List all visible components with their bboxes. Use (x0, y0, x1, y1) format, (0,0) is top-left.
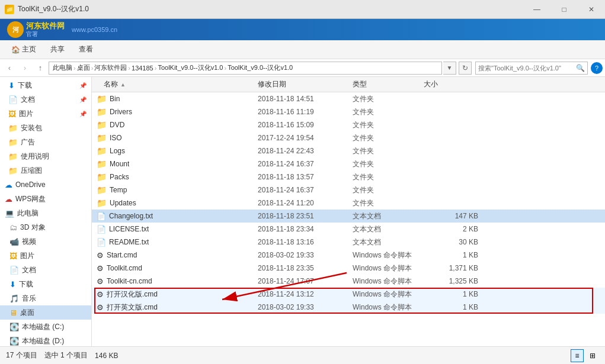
view-details-btn[interactable]: ≡ (571, 349, 584, 362)
file-name: DVD (110, 121, 124, 129)
sidebar-item-3d[interactable]: 🗂 3D 对象 (0, 220, 91, 234)
table-row[interactable]: 📁 Packs 2018-11-18 13:57 文件夹 (92, 170, 605, 183)
file-name-cell: ⚙ 打开英文版.cmd (92, 302, 258, 313)
file-date-cell: 2018-11-24 11:20 (258, 199, 353, 207)
table-row[interactable]: 📁 ISO 2017-12-24 19:54 文件夹 (92, 131, 605, 144)
sidebar-item-pictures[interactable]: 🖼 图片 📌 (0, 107, 91, 121)
col-size-header[interactable]: 大小 (424, 77, 483, 92)
toolbar: 🏠 主页 共享 查看 (0, 40, 605, 59)
sidebar-item-onedrive[interactable]: ☁ OneDrive (0, 178, 91, 192)
view-tiles-btn[interactable]: ⊞ (586, 349, 599, 362)
file-type-cell: Windows 命令脚本 (353, 263, 424, 273)
table-row[interactable]: ⚙ Toolkit.cmd 2018-11-18 23:35 Windows 命… (92, 262, 605, 275)
table-row[interactable]: ⚙ 打开英文版.cmd 2018-03-02 19:33 Windows 命令脚… (92, 301, 605, 314)
table-row[interactable]: 📁 Temp 2018-11-24 16:37 文件夹 (92, 183, 605, 197)
sidebar-item-download[interactable]: ⬇ 下载 📌 (0, 78, 91, 92)
col-name-header[interactable]: 名称 ▲ (92, 77, 258, 92)
toolbar-view[interactable]: 查看 (72, 42, 100, 57)
search-input[interactable] (478, 65, 576, 72)
txt-icon: 📄 (97, 212, 106, 221)
watermark-bar: 河 河东软件网 官署 www.pc0359.cn (0, 19, 605, 40)
file-type-cell: 文件夹 (353, 198, 424, 208)
installer-icon: 📁 (8, 124, 18, 133)
minimize-button[interactable]: — (523, 0, 550, 19)
titlebar: 📁 ToolKit_v9.0--汉化v1.0 — □ ✕ (0, 0, 605, 19)
table-row[interactable]: 📁 Updates 2018-11-24 11:20 文件夹 (92, 197, 605, 210)
table-row[interactable]: ⚙ Toolkit-cn.cmd 2018-11-24 17:07 Window… (92, 275, 605, 288)
wps-icon: ☁ (5, 195, 12, 204)
docs-icon: 📄 (8, 95, 18, 104)
file-name: Bin (110, 95, 120, 103)
sidebar-item-this-pc[interactable]: 💻 此电脑 (0, 206, 91, 220)
sidebar-label: 压缩图 (21, 166, 42, 176)
table-row[interactable]: 📄 LICENSE.txt 2018-11-18 23:34 文本文档 2 KB (92, 223, 605, 236)
address-path[interactable]: 此电脑 › 桌面 › 河东软件园 › 134185 › ToolKit_v9.0… (49, 62, 442, 75)
nav-up[interactable]: ↑ (33, 61, 47, 75)
sidebar-label: 文档 (22, 265, 36, 275)
sidebar-item-installer[interactable]: 📁 安装包 (0, 121, 91, 135)
sidebar-item-drive-c[interactable]: 💽 本地磁盘 (C:) (0, 320, 91, 334)
file-date-cell: 2018-03-02 19:33 (258, 251, 353, 259)
col-date-header[interactable]: 修改日期 (258, 77, 353, 92)
table-row[interactable]: 📁 Logs 2018-11-24 22:43 文件夹 (92, 144, 605, 157)
file-date-cell: 2018-11-24 13:12 (258, 290, 353, 298)
folder-icon: 📁 (97, 133, 107, 143)
sidebar-item-video[interactable]: 📹 视频 (0, 234, 91, 249)
search-box[interactable]: 🔍 (475, 62, 588, 75)
folder-icon: 📁 (97, 107, 107, 117)
table-row[interactable]: ⚙ Start.cmd 2018-03-02 19:33 Windows 命令脚… (92, 249, 605, 262)
file-name-cell: 📁 Temp (92, 185, 258, 195)
table-row[interactable]: 📁 Bin 2018-11-18 14:51 文件夹 (92, 92, 605, 105)
sidebar-label: 音乐 (22, 294, 36, 304)
close-button[interactable]: ✕ (578, 0, 605, 19)
file-size-cell: 1 KB (424, 290, 483, 298)
table-row[interactable]: 📄 README.txt 2018-11-18 13:16 文本文档 30 KB (92, 236, 605, 249)
address-dropdown[interactable]: ▼ (443, 62, 456, 75)
sidebar-item-compressed[interactable]: 📁 压缩图 (0, 163, 91, 178)
sidebar-item-manual[interactable]: 📁 使用说明 (0, 149, 91, 163)
table-row[interactable]: ⚙ 打开汉化版.cmd 2018-11-24 13:12 Windows 命令脚… (92, 288, 605, 301)
file-name: Logs (110, 147, 125, 155)
search-icon[interactable]: 🔍 (576, 64, 585, 72)
table-row[interactable]: 📄 Changelog.txt 2018-11-18 23:51 文本文档 14… (92, 210, 605, 223)
pin-icon: 📌 (79, 111, 87, 117)
help-button[interactable]: ? (591, 62, 603, 74)
sidebar-item-music[interactable]: 🎵 音乐 (0, 291, 91, 305)
file-type-cell: 文件夹 (353, 120, 424, 130)
file-type-cell: 文件夹 (353, 185, 424, 195)
file-date-cell: 2018-11-16 15:09 (258, 121, 353, 129)
file-name-cell: 📄 README.txt (92, 238, 258, 247)
sidebar-item-ad[interactable]: 📁 广告 (0, 135, 91, 149)
nav-forward[interactable]: › (18, 61, 32, 75)
pictures-icon: 🖼 (8, 109, 16, 118)
file-type-cell: Windows 命令脚本 (353, 250, 424, 260)
music-icon: 🎵 (9, 294, 19, 303)
sidebar-item-pic2[interactable]: 🖼 图片 (0, 249, 91, 263)
file-date-cell: 2017-12-24 19:54 (258, 134, 353, 142)
table-row[interactable]: 📁 Drivers 2018-11-16 11:19 文件夹 (92, 105, 605, 118)
refresh-btn[interactable]: ↻ (459, 62, 472, 75)
nav-back[interactable]: ‹ (2, 61, 17, 75)
table-row[interactable]: 📁 Mount 2018-11-24 16:37 文件夹 (92, 157, 605, 170)
file-name-cell: 📁 Bin (92, 94, 258, 104)
folder-icon: 📁 (97, 94, 107, 104)
sidebar-item-docs2[interactable]: 📄 文档 (0, 263, 91, 277)
sidebar-item-desktop[interactable]: 🖥 桌面 (0, 305, 91, 320)
sidebar-item-wps[interactable]: ☁ WPS网盘 (0, 192, 91, 206)
col-type-header[interactable]: 类型 (353, 77, 424, 92)
file-date-cell: 2018-11-18 13:57 (258, 173, 353, 181)
maximize-button[interactable]: □ (550, 0, 578, 19)
sidebar-item-docs[interactable]: 📄 文档 📌 (0, 92, 91, 107)
toolbar-home[interactable]: 🏠 主页 (5, 42, 43, 57)
sidebar-label: 下载 (19, 279, 33, 289)
brand-logo: 河 河东软件网 官署 (7, 21, 65, 38)
sidebar-item-download2[interactable]: ⬇ 下载 (0, 277, 91, 291)
file-type-cell: 文件夹 (353, 107, 424, 117)
download2-icon: ⬇ (9, 280, 16, 289)
file-type-cell: 文件夹 (353, 159, 424, 169)
sidebar-item-drive-d[interactable]: 💽 本地磁盘 (D:) (0, 334, 91, 346)
file-size-cell: 1,371 KB (424, 264, 483, 272)
file-name: Changelog.txt (109, 212, 153, 220)
table-row[interactable]: 📁 DVD 2018-11-16 15:09 文件夹 (92, 118, 605, 131)
toolbar-share[interactable]: 共享 (44, 42, 71, 57)
